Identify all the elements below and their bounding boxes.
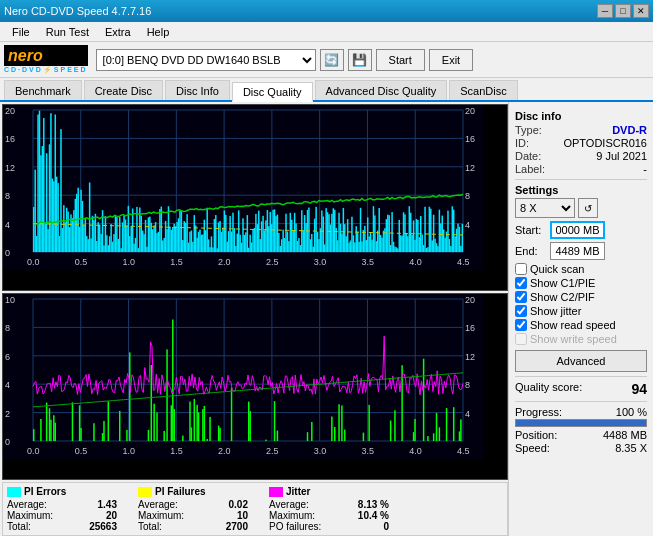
save-button[interactable]: 💾 — [348, 49, 372, 71]
legend: PI Errors Average:1.43 Maximum:20 Total:… — [2, 482, 508, 536]
show-write-speed-row: Show write speed — [515, 333, 647, 345]
tab-disc-info[interactable]: Disc Info — [165, 80, 230, 100]
start-button[interactable]: Start — [376, 49, 425, 71]
toolbar: nero CD·DVD⚡SPEED [0:0] BENQ DVD DD DW16… — [0, 42, 653, 78]
charts-section: PI Errors Average:1.43 Maximum:20 Total:… — [2, 104, 508, 536]
refresh-button[interactable]: 🔄 — [320, 49, 344, 71]
show-read-speed-row: Show read speed — [515, 319, 647, 331]
menu-run-test[interactable]: Run Test — [38, 24, 97, 40]
disc-label-row: Label: - — [515, 163, 647, 175]
exit-button[interactable]: Exit — [429, 49, 473, 71]
start-mb-input[interactable] — [550, 221, 605, 239]
show-c1-pie-checkbox[interactable] — [515, 277, 527, 289]
pi-errors-swatch — [7, 487, 21, 497]
advanced-button[interactable]: Advanced — [515, 350, 647, 372]
legend-jitter: Jitter Average:8.13 % Maximum:10.4 % PO … — [269, 486, 389, 532]
speed-select[interactable]: 8 X 4 X 12 X 16 X — [515, 198, 575, 218]
show-c2-pif-checkbox[interactable] — [515, 291, 527, 303]
speed-settings-row: 8 X 4 X 12 X 16 X ↺ — [515, 198, 647, 218]
pi-errors-label: PI Errors — [24, 486, 66, 497]
quick-scan-checkbox[interactable] — [515, 263, 527, 275]
bottom-chart — [2, 293, 508, 480]
minimize-button[interactable]: ─ — [597, 4, 613, 18]
menu-help[interactable]: Help — [139, 24, 178, 40]
nero-logo: nero CD·DVD⚡SPEED — [4, 45, 88, 74]
titlebar-title: Nero CD-DVD Speed 4.7.7.16 — [4, 5, 151, 17]
tab-bar: Benchmark Create Disc Disc Info Disc Qua… — [0, 78, 653, 102]
tab-benchmark[interactable]: Benchmark — [4, 80, 82, 100]
position-row: Position: 4488 MB — [515, 429, 647, 441]
pi-failures-label: PI Failures — [155, 486, 206, 497]
quality-score-row: Quality score: 94 — [515, 381, 647, 397]
legend-pi-errors: PI Errors Average:1.43 Maximum:20 Total:… — [7, 486, 117, 532]
window-controls: ─ □ ✕ — [597, 4, 649, 18]
menu-file[interactable]: File — [4, 24, 38, 40]
menubar: File Run Test Extra Help — [0, 22, 653, 42]
right-panel: Disc info Type: DVD-R ID: OPTODISCR016 D… — [508, 102, 653, 536]
tab-disc-quality[interactable]: Disc Quality — [232, 82, 313, 102]
drive-select[interactable]: [0:0] BENQ DVD DD DW1640 BSLB — [96, 49, 316, 71]
tab-scan-disc[interactable]: ScanDisc — [449, 80, 517, 100]
progress-row: Progress: 100 % — [515, 406, 647, 418]
show-read-speed-checkbox[interactable] — [515, 319, 527, 331]
end-mb-row: End: — [515, 242, 647, 260]
titlebar: Nero CD-DVD Speed 4.7.7.16 ─ □ ✕ — [0, 0, 653, 22]
progress-bar — [515, 419, 647, 427]
top-chart — [2, 104, 508, 291]
settings-icon-button[interactable]: ↺ — [578, 198, 598, 218]
jitter-label: Jitter — [286, 486, 310, 497]
end-mb-input[interactable] — [550, 242, 605, 260]
show-jitter-row: Show jitter — [515, 305, 647, 317]
show-c1-pie-row: Show C1/PIE — [515, 277, 647, 289]
main-content: PI Errors Average:1.43 Maximum:20 Total:… — [0, 102, 653, 536]
separator-2 — [515, 376, 647, 377]
tab-advanced-disc-quality[interactable]: Advanced Disc Quality — [315, 80, 448, 100]
disc-info-title: Disc info — [515, 110, 647, 122]
legend-pi-failures: PI Failures Average:0.02 Maximum:10 Tota… — [138, 486, 248, 532]
close-button[interactable]: ✕ — [633, 4, 649, 18]
separator-1 — [515, 179, 647, 180]
maximize-button[interactable]: □ — [615, 4, 631, 18]
disc-id-row: ID: OPTODISCR016 — [515, 137, 647, 149]
speed-row: Speed: 8.35 X — [515, 442, 647, 454]
progress-bar-fill — [516, 420, 646, 426]
tab-create-disc[interactable]: Create Disc — [84, 80, 163, 100]
jitter-swatch — [269, 487, 283, 497]
disc-type-row: Type: DVD-R — [515, 124, 647, 136]
menu-extra[interactable]: Extra — [97, 24, 139, 40]
show-c2-pif-row: Show C2/PIF — [515, 291, 647, 303]
show-jitter-checkbox[interactable] — [515, 305, 527, 317]
start-mb-row: Start: — [515, 221, 647, 239]
pi-failures-swatch — [138, 487, 152, 497]
quick-scan-row: Quick scan — [515, 263, 647, 275]
show-write-speed-checkbox — [515, 333, 527, 345]
disc-date-row: Date: 9 Jul 2021 — [515, 150, 647, 162]
separator-3 — [515, 401, 647, 402]
settings-title: Settings — [515, 184, 647, 196]
